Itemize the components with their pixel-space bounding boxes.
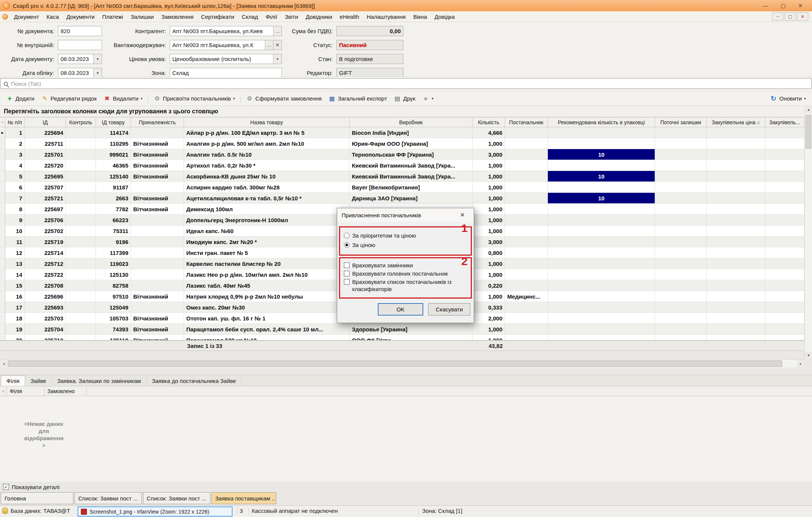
dialog-close-icon[interactable]: ✕ <box>456 208 469 222</box>
menu-item-9[interactable]: Філії <box>262 12 281 21</box>
window-tab-1[interactable]: Головна <box>1 492 73 504</box>
column-header-control[interactable]: Контроль <box>66 117 96 127</box>
column-header-qty[interactable]: Кількість <box>473 117 505 127</box>
menu-item-1[interactable]: Документ <box>10 12 43 21</box>
cell-name: Омез капс. 20мг №30 <box>184 302 350 313</box>
table-row-3[interactable]: 3225701999021ВітчизнянийАналгин табл. 0.… <box>0 149 804 160</box>
del-button[interactable]: ✖Видалити▾ <box>100 93 146 104</box>
radio-option-1[interactable]: За пріоритетом та ціною <box>344 232 467 239</box>
details-tab-3[interactable]: Заявка. Залишки по замінникам <box>52 376 147 386</box>
scroll-up-arrow[interactable]: ▲ <box>805 106 812 113</box>
add-button[interactable]: +Додати <box>3 93 37 104</box>
menu-item-4[interactable]: Платежі <box>98 12 127 21</box>
menu-item-15[interactable]: Довідка <box>431 12 459 21</box>
doc-number-input[interactable]: 820 <box>58 26 102 36</box>
scroll-right-arrow[interactable]: ▸ <box>797 360 804 368</box>
assign-label: Присвоїти постачальників <box>163 95 231 102</box>
details-column-2[interactable]: Замовлено <box>44 386 87 396</box>
menu-item-10[interactable]: Звіти <box>281 12 302 21</box>
menu-item-7[interactable]: Сертифікати <box>197 12 238 21</box>
menu-item-11[interactable]: Довідники <box>302 12 336 21</box>
cell-supplier <box>505 258 548 269</box>
column-header-stock[interactable]: Поточні залишки <box>655 117 707 127</box>
menu-item-14[interactable]: Вікна <box>409 12 431 21</box>
cell-origin <box>131 280 184 291</box>
column-header-recommended[interactable]: Рекомендована кількість в упаковці <box>548 117 655 127</box>
column-header-name[interactable]: Назва товару <box>184 117 350 127</box>
vertical-scrollbar[interactable]: ▲ ▼ <box>804 106 812 359</box>
cell-num: 19 <box>5 324 25 334</box>
column-header-supplier[interactable]: Постачальник <box>505 117 548 127</box>
column-header-id[interactable]: ІД <box>25 117 66 127</box>
exp-button[interactable]: ▦Загальний експорт <box>325 93 390 104</box>
cell-origin: Вітчизняний <box>131 149 184 160</box>
table-row-2[interactable]: 2225711110295ВітчизнянийАналгин р-р д/ин… <box>0 138 804 149</box>
window-tab-3[interactable]: Список: Заявки пост ... <box>143 492 210 504</box>
horizontal-scroll-thumb[interactable] <box>8 360 782 367</box>
ok-button[interactable]: OK <box>378 303 423 316</box>
cell-recommended <box>548 236 655 247</box>
scroll-down-arrow[interactable]: ▼ <box>805 352 812 359</box>
column-header-origin[interactable]: Приналежність <box>131 117 184 127</box>
column-header-item_id[interactable]: ІД товару <box>96 117 131 127</box>
table-row-5[interactable]: 5225695125140ВітчизнянийАскорбинка-КВ ды… <box>0 171 804 182</box>
menu-item-6[interactable]: Замовлення <box>158 12 197 21</box>
edit-button[interactable]: ✎Редагувати рядок <box>38 93 100 104</box>
maximize-button[interactable]: ▢ <box>774 0 792 11</box>
column-header-price2[interactable]: Закупівель... <box>765 117 804 127</box>
vertical-scroll-thumb[interactable] <box>806 115 811 149</box>
cell-stock <box>655 215 707 225</box>
close-button[interactable]: ✕ <box>792 0 809 11</box>
column-header-num[interactable]: № п/п <box>5 117 25 127</box>
menu-item-3[interactable]: Документи <box>62 12 98 21</box>
show-details-checkbox[interactable]: ✓ <box>3 484 9 490</box>
table-row-20[interactable]: 20225710125110ВітчизнянийПарацетамол 500… <box>0 335 804 340</box>
doc-date-input[interactable]: 08.03.2023▾ <box>58 54 102 64</box>
cell-price <box>707 291 765 302</box>
window-tab-2[interactable]: Список: Заявки пост ... <box>75 492 142 504</box>
cell-id: 225708 <box>25 280 66 291</box>
search-input[interactable] <box>11 81 808 87</box>
mdi-close-button[interactable]: ✕ <box>797 12 808 21</box>
column-header-price[interactable]: Закупівельна ціна△ <box>707 117 765 127</box>
table-row-7[interactable]: 72257212663ВітчизнянийАцетилсалициловая … <box>0 193 804 204</box>
minimize-button[interactable]: — <box>757 0 774 11</box>
cell-name: Аналгин табл. 0.5г №10 <box>184 149 350 160</box>
menu-item-2[interactable]: Каса <box>43 12 63 21</box>
internal-number-input[interactable] <box>58 40 102 50</box>
app-window: Скарб pro v. 4.0.2.77 [ІД: 969] - [Апт №… <box>0 0 812 517</box>
horizontal-scrollbar[interactable]: ◂ ▸ <box>0 359 804 368</box>
cancel-button[interactable]: Скасувати <box>428 303 470 316</box>
checkbox-option-2[interactable]: Враховувати головних постачальник <box>344 270 467 277</box>
list-button[interactable]: ≡▾ <box>419 93 436 104</box>
mdi-minimize-button[interactable]: – <box>772 12 783 21</box>
checkbox-option-1[interactable]: Враховувати замінники <box>344 262 467 269</box>
details-tab-1[interactable]: Філія <box>1 375 25 386</box>
details-tab-4[interactable]: Заявка до постачальника Зайве <box>147 376 242 386</box>
account-date-input[interactable]: 08.03.2023▾ <box>58 68 102 78</box>
checkbox-option-3[interactable]: Враховувати список постачальників із кла… <box>344 278 467 293</box>
cell-price2 <box>765 149 804 160</box>
scroll-left-arrow[interactable]: ◂ <box>0 360 8 368</box>
table-row-4[interactable]: 422572046365ВітчизнянийАртихол табл. 0,2… <box>0 160 804 171</box>
menu-item-8[interactable]: Склад <box>238 12 262 21</box>
table-row-1[interactable]: ▸1225694114174Айлар р-р д/ин. 100 ЕД/мл … <box>0 127 804 138</box>
order-button[interactable]: ⚙Сформувати замовлення <box>243 93 325 104</box>
details-tab-2[interactable]: Зайве <box>25 376 52 386</box>
menu-item-5[interactable]: Залишки <box>127 12 158 21</box>
window-tab-4[interactable]: Заявка поставщикам .. <box>211 492 276 504</box>
menu-item-13[interactable]: Налаштування <box>363 12 410 21</box>
irfanview-taskbar-item[interactable]: Screenshot_1.png - IrfanView (Zoom: 1922… <box>78 506 233 517</box>
mdi-restore-button[interactable]: ▢ <box>785 12 796 21</box>
details-column-1[interactable]: Філія <box>7 386 44 396</box>
table-row-19[interactable]: 1922570474393ВітчизнянийПарацетамол беби… <box>0 324 804 335</box>
refresh-button[interactable]: ↻Оновити▾ <box>767 93 809 104</box>
column-header-manufacturer[interactable]: Виробник <box>350 117 473 127</box>
menu-item-12[interactable]: eHealth <box>336 12 363 21</box>
radio-option-2[interactable]: За ціною <box>344 241 467 249</box>
print-button[interactable]: ▤Друк <box>391 93 418 104</box>
table-row-6[interactable]: 622570791187Аспирин кардио табл. 300мг №… <box>0 182 804 193</box>
cell-supplier: Медицинс... <box>505 291 548 302</box>
search-box[interactable] <box>0 78 812 89</box>
assign-button[interactable]: ⚙Присвоїти постачальників▾ <box>151 93 238 104</box>
